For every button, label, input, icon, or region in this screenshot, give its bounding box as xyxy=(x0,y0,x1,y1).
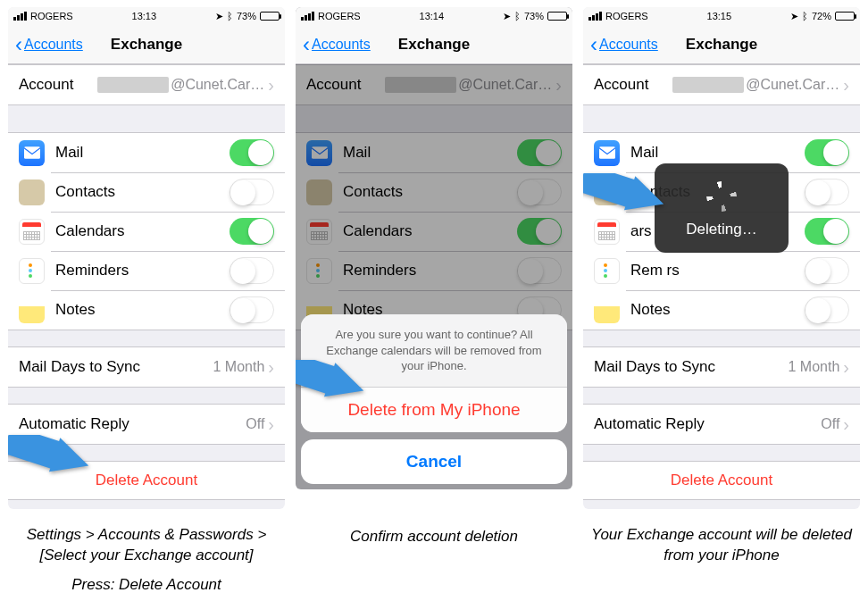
chevron-right-icon: › xyxy=(843,357,849,378)
reminders-label: Rem rs xyxy=(630,262,805,280)
sync-row[interactable]: Mail Days to Sync 1 Month › xyxy=(8,347,285,387)
hud-text: Deleting… xyxy=(664,221,780,238)
contacts-row: Contacts xyxy=(8,172,285,212)
notes-toggle[interactable] xyxy=(230,296,274,323)
contacts-label: Contacts xyxy=(55,183,230,201)
back-label: Accounts xyxy=(599,37,658,53)
notes-toggle[interactable] xyxy=(805,296,849,323)
back-button[interactable]: ‹ Accounts xyxy=(303,34,371,55)
carrier: ROGERS xyxy=(318,11,361,21)
account-label: Account xyxy=(594,76,672,94)
account-row[interactable]: Account @Cunet.Car… › xyxy=(583,65,860,104)
autoreply-label: Automatic Reply xyxy=(19,415,246,433)
account-label: Account xyxy=(19,76,97,94)
reminders-label: Reminders xyxy=(343,262,517,280)
battery-icon xyxy=(835,12,855,21)
sync-label: Mail Days to Sync xyxy=(594,358,789,376)
mail-row: Mail xyxy=(8,133,285,172)
delete-account-button[interactable]: Delete Account xyxy=(8,461,285,500)
action-sheet: Are you sure you want to continue? All E… xyxy=(301,314,567,484)
status-time: 13:13 xyxy=(132,11,157,21)
reminders-row: Reminders xyxy=(8,251,285,290)
account-label: Account xyxy=(306,76,385,94)
battery-pct: 73% xyxy=(237,11,256,21)
delete-from-iphone-button[interactable]: Delete from My iPhone xyxy=(301,387,567,432)
back-label: Accounts xyxy=(312,37,371,53)
contacts-row: Contacts xyxy=(296,172,572,212)
mail-label: Mail xyxy=(55,144,230,162)
calendars-toggle[interactable] xyxy=(517,218,562,245)
cancel-button[interactable]: Cancel xyxy=(301,439,567,484)
signal-icon xyxy=(13,12,27,21)
bluetooth-icon: ᛒ xyxy=(227,11,233,21)
autoreply-value: Off xyxy=(246,416,264,432)
autoreply-row[interactable]: Automatic Reply Off › xyxy=(583,405,860,444)
redacted-email xyxy=(97,77,169,93)
mail-toggle[interactable] xyxy=(230,139,274,166)
chevron-right-icon: › xyxy=(268,414,274,435)
nav-title: Exchange xyxy=(398,36,470,54)
sync-row[interactable]: Mail Days to Sync 1 Month › xyxy=(583,347,860,387)
mail-toggle[interactable] xyxy=(517,139,562,166)
chevron-left-icon: ‹ xyxy=(590,34,597,55)
battery-pct: 73% xyxy=(524,11,544,21)
autoreply-label: Automatic Reply xyxy=(594,415,821,433)
signal-icon xyxy=(588,12,602,21)
reminders-label: Reminders xyxy=(55,262,230,280)
chevron-right-icon: › xyxy=(268,357,274,378)
calendar-icon xyxy=(19,219,45,245)
reminders-toggle[interactable] xyxy=(517,257,562,284)
account-row[interactable]: Account @Cunet.Car… › xyxy=(296,65,572,104)
reminders-toggle[interactable] xyxy=(230,257,274,284)
contacts-toggle[interactable] xyxy=(805,179,849,205)
account-suffix: @Cunet.Car… xyxy=(171,77,264,93)
mail-icon xyxy=(19,140,45,166)
sync-value: 1 Month xyxy=(789,359,840,375)
contacts-icon xyxy=(594,179,620,205)
contacts-label: Contacts xyxy=(343,183,517,201)
screenshot-step2: ROGERS 13:14 ➤ ᛒ 73% ‹ Accounts Exchange xyxy=(296,7,572,489)
reminders-icon xyxy=(19,258,45,284)
back-button[interactable]: ‹ Accounts xyxy=(15,34,83,55)
mail-label: Mail xyxy=(630,144,805,162)
mail-toggle[interactable] xyxy=(805,139,849,166)
status-time: 13:14 xyxy=(420,11,445,21)
account-row[interactable]: Account @Cunet.Car… › xyxy=(8,65,285,104)
battery-icon xyxy=(260,12,280,21)
reminders-row: Rem rs xyxy=(583,251,860,290)
screenshot-step3: ROGERS 13:15 ➤ ᛒ 72% ‹ Accounts Exchange xyxy=(583,7,860,509)
nav-title: Exchange xyxy=(686,36,757,54)
nav-title: Exchange xyxy=(111,36,182,54)
reminders-toggle[interactable] xyxy=(805,257,849,284)
chevron-right-icon: › xyxy=(268,75,274,96)
nav-bar: ‹ Accounts Exchange xyxy=(8,25,285,64)
calendars-toggle[interactable] xyxy=(230,218,274,245)
svg-rect-0 xyxy=(24,146,40,159)
calendar-icon xyxy=(306,219,332,245)
status-bar: ROGERS 13:15 ➤ ᛒ 72% xyxy=(583,7,860,25)
calendars-toggle[interactable] xyxy=(805,218,849,245)
spinner-icon xyxy=(706,181,737,212)
location-icon: ➤ xyxy=(503,11,511,22)
redacted-email xyxy=(672,77,744,93)
reminders-icon xyxy=(306,258,332,284)
battery-pct: 72% xyxy=(812,11,831,21)
notes-label: Notes xyxy=(630,301,805,319)
contacts-toggle[interactable] xyxy=(230,179,274,205)
delete-account-button[interactable]: Delete Account xyxy=(583,461,860,500)
account-suffix: @Cunet.Car… xyxy=(458,77,552,93)
contacts-toggle[interactable] xyxy=(517,179,562,205)
caption-step3: Your Exchange account will be deleted fr… xyxy=(582,525,861,566)
calendars-label: Calendars xyxy=(55,222,230,240)
back-button[interactable]: ‹ Accounts xyxy=(590,34,658,55)
status-bar: ROGERS 13:13 ➤ ᛒ 73% xyxy=(8,7,285,25)
contacts-icon xyxy=(306,179,332,205)
nav-bar: ‹ Accounts Exchange xyxy=(583,25,860,64)
battery-icon xyxy=(547,12,567,21)
calendars-row: Calendars xyxy=(296,212,572,251)
location-icon: ➤ xyxy=(790,11,798,22)
nav-bar: ‹ Accounts Exchange xyxy=(296,25,572,64)
autoreply-row[interactable]: Automatic Reply Off › xyxy=(8,405,285,444)
notes-icon xyxy=(19,297,45,323)
sync-value: 1 Month xyxy=(213,359,265,375)
